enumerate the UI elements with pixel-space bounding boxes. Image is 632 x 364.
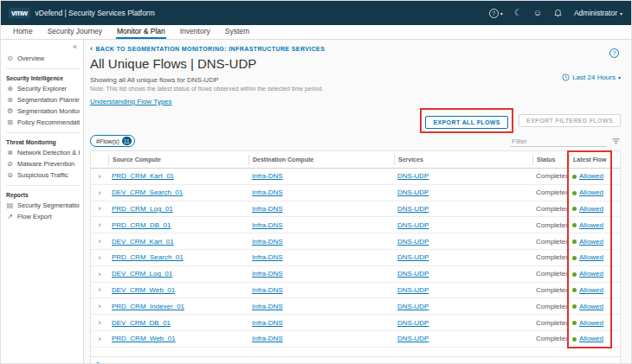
row-expand-icon[interactable]: › <box>91 253 108 262</box>
nav-tab-system[interactable]: System <box>224 25 250 39</box>
source-compute-link[interactable]: DEV_CRM_Search_01 <box>112 188 183 196</box>
latest-flow-link[interactable]: Allowed <box>579 172 603 180</box>
column-header-services[interactable]: Services <box>394 155 532 165</box>
dark-mode-icon[interactable]: ☾ <box>514 9 522 17</box>
sidebar-item-policy-recommendations[interactable]: ⊞ Policy Recommendations <box>6 117 80 128</box>
user-menu[interactable]: Administrator ▾ <box>574 9 622 17</box>
service-link[interactable]: DNS-UDP <box>397 303 429 310</box>
service-link[interactable]: DNS-UDP <box>397 335 429 342</box>
malware-prevention-icon: ⊘ <box>6 158 14 169</box>
source-compute-link[interactable]: PRD_CRM_Web_01 <box>112 335 176 342</box>
page-help-icon[interactable]: ? <box>609 48 619 58</box>
help-menu[interactable]: ? ▾ <box>489 9 503 18</box>
understanding-flow-types-link[interactable]: Understanding Flow Types <box>90 98 172 105</box>
source-compute-link[interactable]: DEV_CRM_Web_01 <box>112 286 175 294</box>
sidebar-item-suspicious-traffic[interactable]: ⊜ Suspicious Traffic <box>6 169 80 181</box>
latest-flow-link[interactable]: Allowed <box>579 221 603 229</box>
sidebar-item-label: Suspicious Traffic <box>17 169 68 181</box>
page-title: All Unique Flows | DNS-UDP <box>90 56 621 71</box>
row-expand-icon[interactable]: › <box>91 270 108 278</box>
destination-compute-link[interactable]: Infra-DNS <box>252 238 283 246</box>
latest-flow-link[interactable]: Allowed <box>579 286 603 294</box>
flows-chip-label: #Flow(s) <box>96 138 119 144</box>
row-expand-icon[interactable]: › <box>91 302 108 310</box>
column-header-destination-compute[interactable]: Destination Compute <box>248 155 394 165</box>
latest-flow-link[interactable]: Allowed <box>579 319 603 327</box>
sidebar-item-label: Security Explorer <box>17 83 67 94</box>
export-filtered-flows-button: EXPORT FILTERED FLOWS <box>519 114 621 127</box>
sidebar: « ⊙ Overview Security Intelligence ⊕ Sec… <box>1 40 84 364</box>
row-expand-icon[interactable]: › <box>91 204 108 213</box>
source-compute-link[interactable]: DEV_CRM_Log_01 <box>112 270 172 278</box>
column-header-latest-flow[interactable]: Latest Flow <box>569 155 620 165</box>
status-cell: Completed <box>532 286 569 294</box>
nav-tab-security-journey[interactable]: Security Journey <box>47 25 103 39</box>
notifications-bell-icon[interactable] <box>553 9 563 18</box>
sidebar-item-security-explorer[interactable]: ⊕ Security Explorer <box>6 83 80 94</box>
service-link[interactable]: DNS-UDP <box>397 286 429 294</box>
filter-input[interactable] <box>510 137 607 147</box>
sidebar-item-security-segmentation-report[interactable]: ▤ Security Segmentation R... <box>6 200 80 211</box>
sidebar-item-malware-prevention[interactable]: ⊘ Malware Prevention <box>6 158 80 169</box>
destination-compute-link[interactable]: Infra-DNS <box>252 303 283 310</box>
destination-compute-link[interactable]: Infra-DNS <box>252 205 283 213</box>
source-compute-link[interactable]: PRD_CRM_Log_01 <box>112 205 173 213</box>
row-expand-icon[interactable]: › <box>91 285 108 294</box>
service-link[interactable]: DNS-UDP <box>397 319 429 327</box>
nav-tab-inventory[interactable]: Inventory <box>179 25 211 39</box>
latest-flow-link[interactable]: Allowed <box>579 335 603 342</box>
latest-flow-link[interactable]: Allowed <box>579 303 603 310</box>
source-compute-link[interactable]: PRD_CRM_Search_01 <box>112 253 184 261</box>
nav-tab-monitor-plan[interactable]: Monitor & Plan <box>116 25 166 39</box>
service-link[interactable]: DNS-UDP <box>397 270 429 278</box>
sidebar-item-flow-export[interactable]: ↗ Flow Export <box>6 211 80 222</box>
latest-flow-link[interactable]: Allowed <box>579 188 603 196</box>
row-expand-icon[interactable]: › <box>91 172 108 181</box>
sidebar-item-segmentation-planning[interactable]: ⊛ Segmentation Planning <box>6 94 80 105</box>
destination-compute-link[interactable]: Infra-DNS <box>252 172 283 180</box>
destination-compute-link[interactable]: Infra-DNS <box>252 221 283 229</box>
sidebar-item-segmentation-monitoring[interactable]: ⚙ Segmentation Monitoring <box>6 105 80 117</box>
row-expand-icon[interactable]: › <box>91 318 108 327</box>
latest-flow-link[interactable]: Allowed <box>579 205 603 213</box>
destination-compute-link[interactable]: Infra-DNS <box>252 286 283 294</box>
nav-tab-home[interactable]: Home <box>12 25 34 39</box>
latest-flow-link[interactable]: Allowed <box>579 270 603 278</box>
source-compute-link[interactable]: DEV_CRM_DB_01 <box>112 319 171 327</box>
source-compute-link[interactable]: PRD_CRM_DB_01 <box>112 221 171 229</box>
service-link[interactable]: DNS-UDP <box>397 188 429 196</box>
service-link[interactable]: DNS-UDP <box>397 172 429 180</box>
destination-compute-link[interactable]: Infra-DNS <box>252 335 283 342</box>
service-link[interactable]: DNS-UDP <box>397 205 429 213</box>
time-range-dropdown[interactable]: Last 24 Hours ▾ <box>562 73 621 81</box>
allowed-status-dot <box>572 191 577 195</box>
service-link[interactable]: DNS-UDP <box>397 238 429 246</box>
sidebar-item-overview[interactable]: ⊙ Overview <box>6 53 80 64</box>
latest-flow-link[interactable]: Allowed <box>579 238 603 246</box>
table-row: › PRD_CRM_DB_01 Infra-DNS DNS-UDP Comple… <box>91 217 620 233</box>
service-link[interactable]: DNS-UDP <box>397 221 429 229</box>
filter-funnel-icon[interactable] <box>611 137 621 146</box>
row-expand-icon[interactable]: › <box>91 220 108 229</box>
column-header-source-compute[interactable]: Source Compute <box>108 155 248 165</box>
row-expand-icon[interactable]: › <box>91 188 108 197</box>
destination-compute-link[interactable]: Infra-DNS <box>252 270 283 278</box>
status-cell: Completed <box>532 270 569 278</box>
service-link[interactable]: DNS-UDP <box>397 253 429 261</box>
source-compute-link[interactable]: PRD_CRM_Kart_01 <box>112 172 174 180</box>
destination-compute-link[interactable]: Infra-DNS <box>252 253 283 261</box>
sidebar-item-network-detection[interactable]: ⊗ Network Detection & Res... <box>6 147 80 158</box>
destination-compute-link[interactable]: Infra-DNS <box>252 188 283 196</box>
sidebar-collapse-icon[interactable]: « <box>6 42 80 53</box>
column-header-status[interactable]: Status <box>532 155 569 165</box>
destination-compute-link[interactable]: Infra-DNS <box>252 319 283 327</box>
feedback-icon[interactable]: ☺ <box>533 9 542 17</box>
row-expand-icon[interactable]: › <box>91 335 108 343</box>
source-compute-link[interactable]: DEV_CRM_Kart_01 <box>112 238 174 246</box>
back-link[interactable]: ‹ BACK TO SEGMENTATION MONITORING: INFRA… <box>90 45 621 52</box>
flows-count-chip[interactable]: #Flow(s) 11 <box>90 135 135 147</box>
export-all-flows-button[interactable]: EXPORT ALL FLOWS <box>425 116 508 129</box>
latest-flow-link[interactable]: Allowed <box>579 253 603 261</box>
row-expand-icon[interactable]: › <box>91 237 108 246</box>
source-compute-link[interactable]: PRD_CRM_Indexer_01 <box>112 303 184 310</box>
